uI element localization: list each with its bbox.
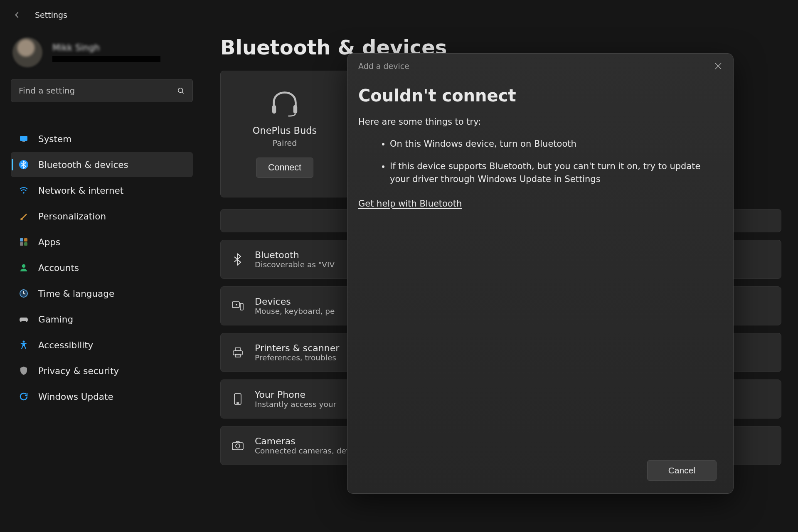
cancel-button[interactable]: Cancel (647, 460, 717, 481)
tip-item: On this Windows device, turn on Bluetoot… (390, 138, 722, 151)
dialog-breadcrumb: Add a device (358, 62, 409, 71)
dialog-title: Couldn't connect (358, 86, 722, 105)
close-icon (714, 62, 722, 70)
help-link[interactable]: Get help with Bluetooth (358, 199, 462, 209)
tips-list: On this Windows device, turn on Bluetoot… (358, 138, 722, 186)
add-device-dialog: Add a device Couldn't connect Here are s… (347, 53, 734, 494)
close-button[interactable] (712, 60, 724, 72)
dialog-intro: Here are some things to try: (358, 117, 722, 127)
tip-item: If this device supports Bluetooth, but y… (390, 160, 722, 186)
